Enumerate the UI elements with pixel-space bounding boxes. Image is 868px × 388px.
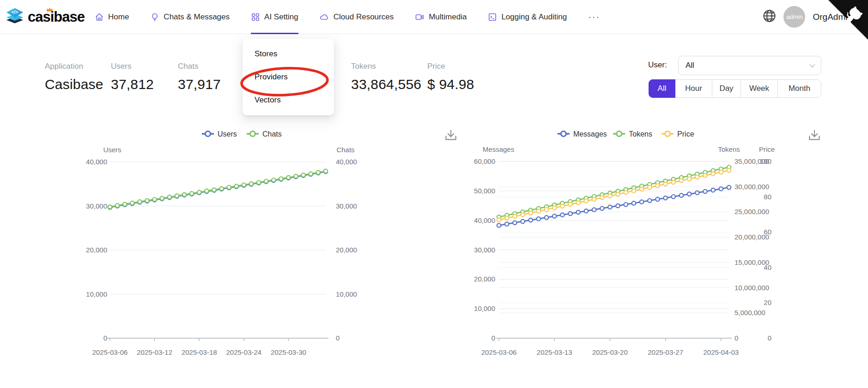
brand-crown-icon	[46, 6, 53, 14]
grid-icon	[251, 12, 260, 22]
nav-item-label: AI Setting	[264, 12, 298, 22]
svg-text:60: 60	[764, 228, 771, 236]
range-button-all[interactable]: All	[649, 79, 675, 98]
svg-text:2025-03-20: 2025-03-20	[592, 348, 628, 356]
range-button-month[interactable]: Month	[778, 79, 821, 98]
user-select[interactable]: All	[678, 56, 821, 75]
nav-item-label: Multimedia	[429, 12, 467, 22]
svg-text:80: 80	[764, 193, 771, 201]
casibase-logo-icon: </>	[5, 6, 25, 28]
nav-item-label: Home	[108, 12, 129, 22]
stat-application: ApplicationCasibase	[45, 62, 103, 92]
video-icon	[415, 12, 425, 22]
svg-text:50,000: 50,000	[474, 187, 495, 195]
download-chart-right-icon[interactable]	[806, 127, 823, 144]
svg-text:40,000: 40,000	[474, 216, 495, 224]
stat-users: Users37,812	[111, 62, 154, 92]
svg-text:0: 0	[103, 334, 107, 342]
svg-text:25,000,000: 25,000,000	[734, 208, 769, 215]
svg-text:40,000: 40,000	[336, 158, 357, 166]
nav-item-ai-setting[interactable]: AI Setting	[251, 0, 298, 34]
nav-item-label: Cloud Resources	[334, 12, 394, 22]
axis-title-messages: Messages	[483, 145, 514, 153]
legend-item-users[interactable]: Users	[202, 130, 237, 138]
svg-text:20,000: 20,000	[86, 246, 107, 254]
svg-text:60,000: 60,000	[474, 157, 495, 165]
menu-item-vectors[interactable]: Vectors	[243, 89, 334, 112]
svg-text:Users: Users	[218, 130, 237, 138]
svg-text:Messages: Messages	[573, 130, 607, 138]
stat-value: 33,864,556	[351, 77, 421, 92]
svg-text:10,000: 10,000	[86, 290, 107, 298]
range-button-hour[interactable]: Hour	[675, 79, 712, 98]
svg-text:0: 0	[768, 334, 771, 342]
menu-item-stores[interactable]: Stores	[243, 42, 334, 66]
stat-chats: Chats37,917	[178, 62, 221, 92]
stat-label: Price	[427, 62, 474, 71]
nav-item-logging-auditing[interactable]: Logging & Auditing	[488, 0, 567, 34]
menu-item-providers[interactable]: Providers	[243, 66, 334, 89]
stat-value: $ 94.98	[427, 77, 474, 92]
svg-text:10,000: 10,000	[336, 290, 357, 298]
navbar: </> casibase HomeChats & MessagesAI Sett…	[0, 0, 868, 34]
ai-setting-dropdown: StoresProvidersVectors	[243, 39, 334, 115]
stat-value: 37,917	[178, 77, 221, 92]
svg-text:0: 0	[734, 334, 738, 342]
brand-name: casibase	[28, 9, 85, 25]
svg-text:5,000,000: 5,000,000	[734, 309, 765, 316]
legend-item-tokens[interactable]: Tokens	[613, 130, 652, 138]
brand[interactable]: </> casibase	[5, 6, 85, 28]
user-select-value: All	[686, 61, 809, 70]
axis-title-price: Price	[759, 145, 775, 153]
home-icon	[95, 12, 104, 22]
axis-title-tokens: Tokens	[718, 145, 740, 153]
axis-title-chats: Chats	[336, 146, 354, 154]
svg-text:100: 100	[760, 157, 771, 165]
nav-item-label: Chats & Messages	[164, 12, 230, 22]
svg-text:Price: Price	[677, 130, 694, 138]
svg-text:40: 40	[764, 263, 771, 271]
svg-text:40,000: 40,000	[86, 158, 107, 166]
svg-text:2025-04-03: 2025-04-03	[703, 348, 739, 356]
github-corner-ribbon[interactable]	[828, 0, 868, 40]
avatar[interactable]: admin	[783, 6, 805, 28]
svg-text:2025-03-13: 2025-03-13	[537, 348, 572, 356]
svg-text:2025-03-24: 2025-03-24	[226, 348, 261, 356]
nav-item-chats-messages[interactable]: Chats & Messages	[150, 0, 230, 34]
nav-item-cloud-resources[interactable]: Cloud Resources	[320, 0, 394, 34]
user-filter-label: User:	[648, 60, 667, 70]
stat-label: Application	[45, 62, 103, 71]
svg-text:2025-03-06: 2025-03-06	[92, 348, 128, 356]
stat-label: Tokens	[351, 62, 421, 71]
range-button-day[interactable]: Day	[712, 79, 741, 98]
bulb-icon	[150, 12, 159, 22]
page: </> casibase HomeChats & MessagesAI Sett…	[0, 0, 868, 388]
svg-text:30,000: 30,000	[336, 202, 357, 210]
svg-text:2025-03-18: 2025-03-18	[182, 348, 217, 356]
legend-item-price[interactable]: Price	[662, 130, 694, 138]
language-globe-icon[interactable]	[763, 9, 776, 24]
stat-label: Users	[111, 62, 154, 71]
nav-menu: HomeChats & MessagesAI SettingCloud Reso…	[95, 0, 600, 34]
terminal-icon	[488, 12, 497, 22]
nav-more-button[interactable]: ···	[588, 0, 600, 34]
svg-text:20: 20	[764, 298, 771, 306]
svg-text:30,000: 30,000	[474, 246, 495, 254]
legend-item-chats[interactable]: Chats	[247, 130, 282, 138]
svg-text:2025-03-30: 2025-03-30	[271, 348, 306, 356]
messages-tokens-price-chart: 2025-03-062025-03-132025-03-202025-03-27…	[466, 119, 842, 368]
svg-text:2025-03-27: 2025-03-27	[648, 348, 683, 356]
nav-item-home[interactable]: Home	[95, 0, 129, 34]
svg-text:30,000,000: 30,000,000	[734, 183, 769, 191]
range-button-week[interactable]: Week	[741, 79, 778, 98]
nav-item-label: Logging & Auditing	[501, 12, 567, 22]
stat-value: Casibase	[45, 77, 103, 92]
download-chart-left-icon[interactable]	[443, 127, 459, 144]
svg-text:10,000: 10,000	[474, 304, 495, 312]
svg-text:2025-03-12: 2025-03-12	[137, 348, 172, 356]
nav-item-multimedia[interactable]: Multimedia	[415, 0, 467, 34]
svg-text:2025-03-06: 2025-03-06	[481, 348, 517, 356]
svg-text:</>: </>	[12, 10, 18, 15]
legend-item-messages[interactable]: Messages	[558, 130, 607, 138]
select-chevron-icon	[809, 61, 815, 70]
